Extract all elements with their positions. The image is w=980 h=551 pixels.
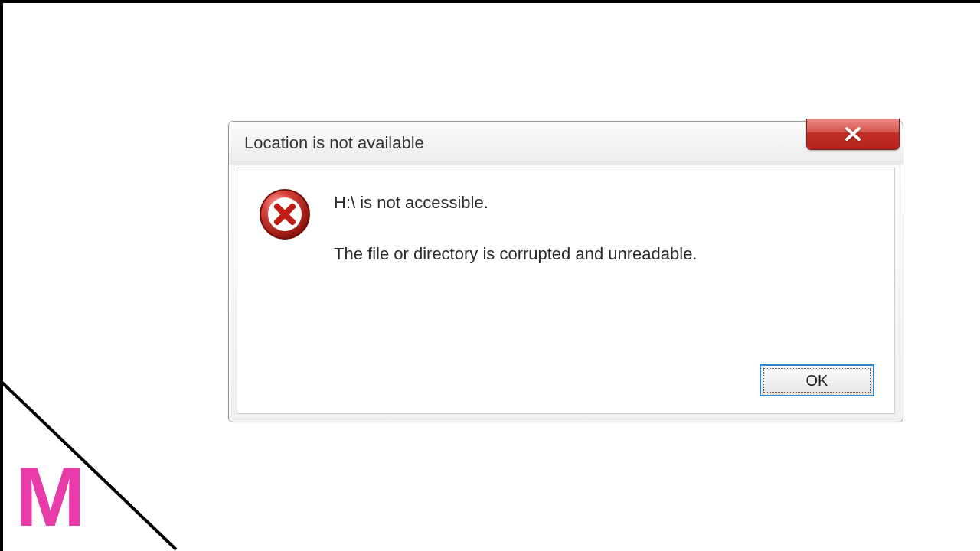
- message-line-2: The file or directory is corrupted and u…: [334, 241, 697, 266]
- message-line-1: H:\ is not accessible.: [334, 190, 697, 215]
- dialog-title: Location is not available: [244, 133, 424, 153]
- brand-logo: M: [15, 455, 80, 539]
- close-button[interactable]: [806, 119, 900, 150]
- dialog-titlebar[interactable]: Location is not available: [229, 122, 903, 165]
- error-dialog: Location is not available: [228, 121, 903, 422]
- ok-button[interactable]: OK: [760, 364, 874, 396]
- dialog-body: H:\ is not accessible. The file or direc…: [237, 168, 895, 414]
- dialog-message: H:\ is not accessible. The file or direc…: [334, 187, 697, 266]
- close-icon: [844, 127, 862, 141]
- error-icon: [257, 187, 312, 242]
- frame-border-left: [0, 0, 3, 551]
- frame-border-top: [0, 0, 980, 3]
